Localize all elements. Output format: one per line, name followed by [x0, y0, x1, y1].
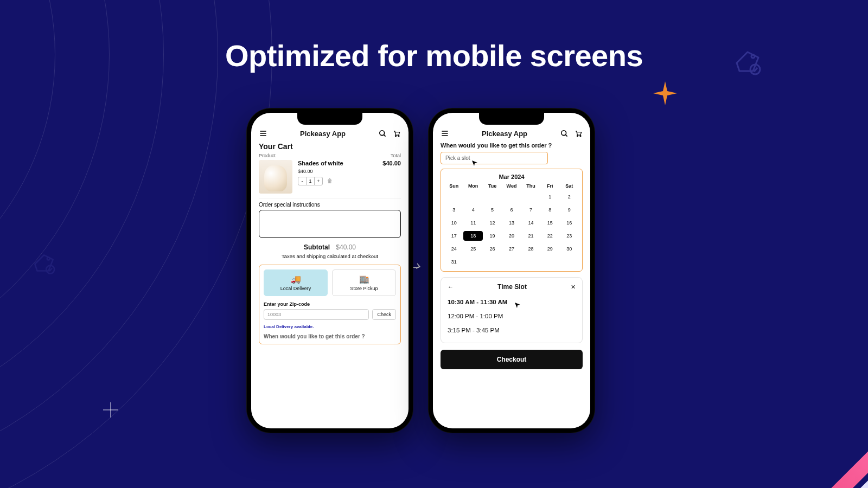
hamburger-icon[interactable]	[259, 129, 267, 138]
calendar-day[interactable]: 16	[560, 218, 579, 228]
back-icon[interactable]: ←	[448, 284, 454, 290]
remove-item-icon[interactable]: 🗑	[327, 178, 333, 184]
calendar-day[interactable]: 18	[463, 231, 482, 241]
calendar-day[interactable]: 23	[560, 231, 579, 241]
app-title: Pickeasy App	[482, 130, 527, 138]
weekday-header: Tue	[483, 183, 502, 189]
promo-stage: Optimized for mobile screens	[0, 0, 868, 488]
cart-heading: Your Cart	[259, 142, 401, 151]
product-name[interactable]: Shades of white	[298, 160, 377, 167]
calendar-day[interactable]: 19	[483, 231, 502, 241]
svg-point-2	[47, 258, 50, 260]
calendar-day[interactable]: 20	[502, 231, 521, 241]
timeslot-option[interactable]: 12:00 PM - 1:00 PM	[448, 309, 576, 323]
calendar-day[interactable]: 25	[463, 244, 482, 254]
stripe-decor	[701, 426, 868, 488]
method-label: Store Pickup	[335, 286, 393, 291]
calendar-day[interactable]: 21	[521, 231, 540, 241]
calendar-day[interactable]: 6	[502, 205, 521, 215]
calendar-empty	[521, 257, 540, 267]
calendar-empty	[521, 192, 540, 202]
sparkle-icon	[653, 81, 677, 105]
search-icon[interactable]	[378, 129, 387, 138]
calendar-empty	[483, 257, 502, 267]
app-bar: Pickeasy App	[441, 129, 583, 138]
phone-notch	[479, 113, 544, 125]
special-instructions-label: Order special instructions	[259, 202, 401, 208]
zip-check-button[interactable]: Check	[372, 309, 396, 320]
checkout-button[interactable]: Checkout	[441, 350, 583, 369]
calendar-day[interactable]: 22	[540, 231, 559, 241]
calendar-day[interactable]: 10	[444, 218, 463, 228]
calendar-day[interactable]: 13	[502, 218, 521, 228]
timeslot-option[interactable]: 10:30 AM - 11:30 AM	[448, 295, 576, 309]
calendar-day[interactable]: 7	[521, 205, 540, 215]
calendar-day[interactable]: 24	[444, 244, 463, 254]
calendar-day[interactable]: 31	[444, 257, 463, 267]
svg-point-8	[395, 136, 396, 137]
svg-point-9	[398, 136, 399, 137]
svg-line-7	[384, 134, 385, 136]
calendar-day[interactable]: 8	[540, 205, 559, 215]
tag-check-icon	[30, 251, 58, 278]
weekday-header: Fri	[540, 183, 559, 189]
calendar-day[interactable]: 30	[560, 244, 579, 254]
truck-icon: 🚚	[266, 274, 325, 284]
cart-icon[interactable]	[392, 129, 401, 138]
search-icon[interactable]	[560, 129, 569, 138]
calendar-month: Mar 2024	[444, 174, 579, 180]
calendar-day[interactable]: 26	[483, 244, 502, 254]
weekday-header: Wed	[502, 183, 521, 189]
crosshair-icon	[103, 402, 118, 418]
calendar-day[interactable]: 12	[483, 218, 502, 228]
special-instructions-input[interactable]	[259, 210, 401, 238]
svg-point-6	[380, 131, 385, 136]
method-local-delivery[interactable]: 🚚 Local Delivery	[264, 269, 328, 296]
calendar-day[interactable]: 11	[463, 218, 482, 228]
method-store-pickup[interactable]: 🏬 Store Pickup	[332, 269, 396, 296]
calendar-day[interactable]: 4	[463, 205, 482, 215]
product-unit-price: $40.00	[298, 169, 377, 174]
phone-notch	[297, 113, 362, 125]
close-icon[interactable]: ✕	[571, 284, 576, 291]
qty-plus[interactable]: +	[315, 177, 322, 185]
calendar-empty	[463, 257, 482, 267]
phone-mockup-schedule: Pickeasy App When would you like to get …	[429, 108, 595, 433]
calendar-day[interactable]: 27	[502, 244, 521, 254]
cart-icon[interactable]	[574, 129, 583, 138]
calendar-day[interactable]: 3	[444, 205, 463, 215]
store-icon: 🏬	[335, 274, 393, 284]
calendar-day[interactable]: 29	[540, 244, 559, 254]
qty-minus[interactable]: -	[298, 177, 306, 185]
calendar-day[interactable]: 5	[483, 205, 502, 215]
timeslot-panel: ← Time Slot ✕ 10:30 AM - 11:30 AM 12:00 …	[441, 277, 583, 343]
cart-line-item: Shades of white $40.00 - 1 + 🗑 $40.00	[259, 160, 401, 198]
svg-point-10	[561, 131, 566, 136]
zip-input[interactable]: 10003	[264, 309, 369, 320]
calendar-day[interactable]: 17	[444, 231, 463, 241]
timeslot-option[interactable]: 3:15 PM - 3:45 PM	[448, 323, 576, 337]
phone-mockup-cart: Pickeasy App Your Cart Product Total Sha…	[247, 108, 413, 433]
calendar-day[interactable]: 9	[560, 205, 579, 215]
weekday-header: Sat	[560, 183, 579, 189]
calendar-empty	[444, 192, 463, 202]
subtotal-label: Subtotal	[304, 243, 330, 251]
weekday-header: Thu	[521, 183, 540, 189]
hamburger-icon[interactable]	[441, 129, 449, 138]
calendar-day[interactable]: 14	[521, 218, 540, 228]
delivery-availability: Local Delivery available.	[264, 324, 396, 329]
calendar-empty	[502, 192, 521, 202]
subtotal-amount: $40.00	[336, 243, 356, 251]
calendar-day[interactable]: 1	[540, 192, 559, 202]
quantity-stepper[interactable]: - 1 +	[298, 177, 323, 185]
calendar-empty	[463, 192, 482, 202]
calendar-day[interactable]: 2	[560, 192, 579, 202]
app-bar: Pickeasy App	[259, 129, 401, 138]
calendar: Mar 2024 SunMonTueWedThuFriSat1234567891…	[441, 169, 583, 272]
product-thumbnail[interactable]	[259, 160, 292, 194]
calendar-day[interactable]: 15	[540, 218, 559, 228]
slot-picker-input[interactable]: Pick a slot	[441, 152, 548, 164]
svg-point-12	[577, 136, 578, 137]
line-total: $40.00	[382, 160, 401, 166]
calendar-day[interactable]: 28	[521, 244, 540, 254]
